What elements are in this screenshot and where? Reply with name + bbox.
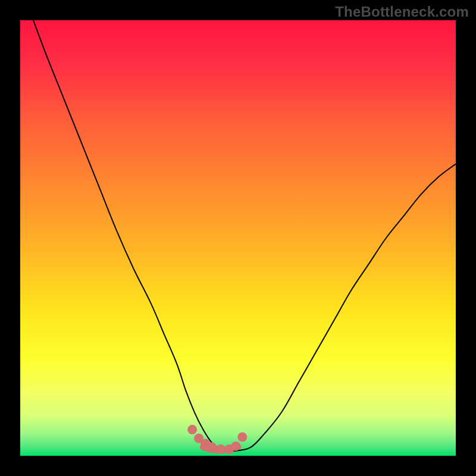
marker-dot [207,442,217,452]
chart-svg [20,20,456,456]
gradient-background [20,20,456,456]
marker-dot [187,425,197,434]
marker-dot [231,441,240,451]
plot-area [20,20,456,456]
chart-stage: TheBottleneck.com [0,0,476,476]
marker-dot [237,433,247,442]
watermark-text: TheBottleneck.com [335,4,469,20]
marker-dot [216,444,226,454]
